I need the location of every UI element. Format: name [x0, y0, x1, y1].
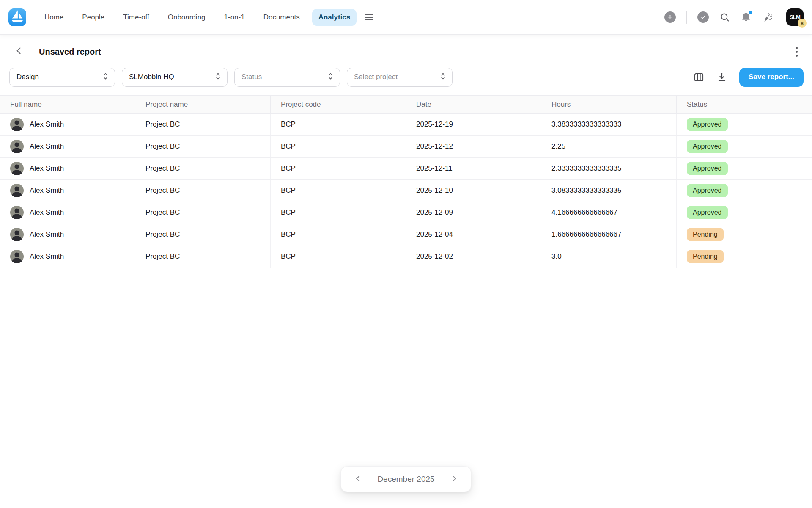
employee-avatar	[10, 162, 24, 175]
project-code: BCP	[271, 202, 406, 224]
status-badge: Pending	[687, 250, 724, 263]
project-code: BCP	[271, 114, 406, 135]
party-popper-icon[interactable]	[762, 12, 773, 23]
employee-avatar	[10, 250, 24, 263]
hours: 2.3333333333333335	[541, 158, 677, 179]
status-badge: Approved	[687, 162, 728, 175]
nav-item-onboarding[interactable]: Onboarding	[162, 9, 212, 26]
full-name: Alex Smith	[30, 230, 64, 239]
next-month-button[interactable]	[448, 473, 460, 485]
chevron-right-icon	[449, 474, 459, 485]
sailboat-icon	[8, 8, 26, 27]
project-name: Project BC	[135, 202, 271, 224]
column-header-project-code[interactable]: Project code	[271, 96, 406, 113]
project-code: BCP	[271, 180, 406, 202]
save-report-button[interactable]: Save report...	[739, 68, 804, 87]
full-name: Alex Smith	[30, 252, 64, 261]
filters-bar: Design SLMobbin HQ Status Select project	[0, 66, 812, 95]
back-button[interactable]	[13, 45, 25, 58]
full-name: Alex Smith	[30, 120, 64, 129]
hours: 4.166666666666667	[541, 202, 677, 224]
project-name: Project BC	[135, 114, 271, 135]
page-title: Unsaved report	[39, 47, 101, 57]
employee-avatar	[10, 140, 24, 153]
date: 2025-12-09	[406, 202, 541, 224]
company-select[interactable]: SLMobbin HQ	[122, 68, 228, 87]
table-row[interactable]: Alex Smith Project BC BCP 2025-12-19 3.3…	[0, 114, 812, 136]
column-header-status[interactable]: Status	[677, 96, 812, 113]
chevron-updown-icon	[440, 72, 446, 83]
download-icon[interactable]	[716, 72, 727, 83]
nav-item-analytics[interactable]: Analytics	[312, 9, 357, 26]
search-icon[interactable]	[719, 12, 730, 22]
date: 2025-12-11	[406, 158, 541, 179]
nav-item-documents[interactable]: Documents	[257, 9, 306, 26]
hours: 3.0833333333333335	[541, 180, 677, 202]
report-header: Unsaved report	[0, 34, 812, 66]
date: 2025-12-04	[406, 224, 541, 246]
project-code: BCP	[271, 158, 406, 179]
company-select-value: SLMobbin HQ	[129, 73, 174, 81]
employee-avatar	[10, 206, 24, 219]
chevron-updown-icon	[102, 72, 109, 83]
team-select[interactable]: Design	[9, 68, 115, 87]
project-name: Project BC	[135, 246, 271, 268]
date: 2025-12-10	[406, 180, 541, 202]
notification-dot	[748, 10, 753, 15]
team-select-value: Design	[16, 73, 39, 81]
column-header-date[interactable]: Date	[406, 96, 541, 113]
table-row[interactable]: Alex Smith Project BC BCP 2025-12-09 4.1…	[0, 202, 812, 224]
user-avatar[interactable]: SLM s	[786, 8, 804, 26]
bell-icon[interactable]	[741, 12, 752, 23]
full-name: Alex Smith	[30, 164, 64, 173]
full-name: Alex Smith	[30, 142, 64, 151]
employee-avatar	[10, 118, 24, 131]
hours: 3.3833333333333333	[541, 114, 677, 135]
table-row[interactable]: Alex Smith Project BC BCP 2025-12-04 1.6…	[0, 224, 812, 246]
project-name: Project BC	[135, 180, 271, 202]
app-logo[interactable]	[8, 8, 26, 26]
status-badge: Approved	[687, 206, 728, 219]
project-code: BCP	[271, 246, 406, 268]
table-row[interactable]: Alex Smith Project BC BCP 2025-12-11 2.3…	[0, 158, 812, 180]
chevron-updown-icon	[327, 72, 334, 83]
chevron-left-icon	[353, 474, 363, 485]
plus-icon[interactable]	[664, 11, 676, 23]
table-row[interactable]: Alex Smith Project BC BCP 2025-12-10 3.0…	[0, 180, 812, 202]
employee-avatar	[10, 228, 24, 241]
column-header-hours[interactable]: Hours	[541, 96, 677, 113]
status-badge: Approved	[687, 184, 728, 197]
nav-item-time-off[interactable]: Time-off	[117, 9, 155, 26]
table-row[interactable]: Alex Smith Project BC BCP 2025-12-02 3.0…	[0, 246, 812, 268]
table-row[interactable]: Alex Smith Project BC BCP 2025-12-12 2.2…	[0, 136, 812, 158]
month-pager: December 2025	[340, 466, 471, 492]
table-header: Full name Project name Project code Date…	[0, 95, 812, 114]
nav-items: HomePeopleTime-offOnboarding1-on-1Docume…	[38, 9, 357, 26]
month-label: December 2025	[377, 475, 434, 484]
previous-month-button[interactable]	[352, 473, 364, 485]
nav-item-people[interactable]: People	[76, 9, 111, 26]
user-avatar-badge: s	[798, 19, 807, 28]
nav-item-home[interactable]: Home	[38, 9, 70, 26]
checkmark-icon[interactable]	[697, 11, 709, 23]
hamburger-menu-icon[interactable]	[362, 11, 376, 23]
status-badge: Approved	[687, 140, 728, 153]
hours: 1.6666666666666667	[541, 224, 677, 246]
chevron-left-icon	[14, 46, 24, 58]
project-select[interactable]: Select project	[347, 68, 453, 87]
chevron-updown-icon	[215, 72, 221, 83]
date: 2025-12-12	[406, 136, 541, 157]
more-options-icon[interactable]	[792, 44, 802, 59]
nav-item-1-on-1[interactable]: 1-on-1	[218, 9, 251, 26]
status-badge: Pending	[687, 228, 724, 241]
table-toolbar: Save report...	[693, 68, 804, 87]
status-select-value: Status	[241, 73, 262, 81]
date: 2025-12-19	[406, 114, 541, 135]
full-name: Alex Smith	[30, 186, 64, 195]
project-select-value: Select project	[354, 73, 398, 81]
columns-icon[interactable]	[693, 72, 705, 83]
user-initials: SLM	[790, 14, 800, 20]
column-header-project-name[interactable]: Project name	[135, 96, 271, 113]
column-header-full-name[interactable]: Full name	[0, 96, 135, 113]
status-select[interactable]: Status	[234, 68, 340, 87]
